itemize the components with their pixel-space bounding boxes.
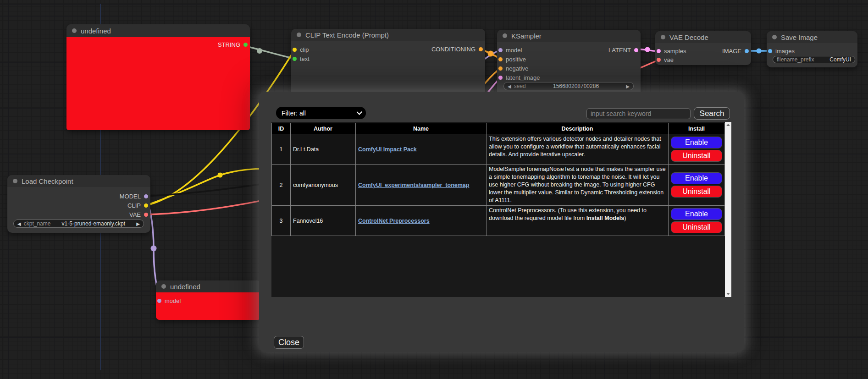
input-images[interactable]: images (768, 46, 795, 55)
filter-selected-value: Filter: all (282, 110, 306, 117)
table-row: 3 Fannovel16 ControlNet Preprocessors Co… (272, 206, 725, 236)
extension-table-container: ID Author Name Description Install 1 Dr.… (271, 122, 731, 297)
input-clip[interactable]: clip (293, 45, 309, 54)
input-vae[interactable]: vae (657, 55, 674, 64)
output-conditioning[interactable]: CONDITIONING (431, 44, 483, 54)
negative-port-dot (498, 66, 503, 71)
filename-prefix-widget[interactable]: filename_prefix ComfyUI (773, 56, 855, 63)
widget-label: filename_prefix (777, 56, 814, 63)
port-label: IMAGE (722, 48, 741, 55)
table-row: 2 comfyanonymous ComfyUI_experiments/sam… (272, 165, 725, 206)
port-label: model (506, 47, 522, 54)
wire-cond-dot (488, 51, 494, 57)
ext-description: This extension offers various detector n… (487, 134, 669, 165)
input-model[interactable]: model (498, 45, 522, 55)
input-positive[interactable]: positive (498, 55, 526, 64)
port-label: STRING (218, 41, 240, 48)
port-label: vae (664, 56, 674, 63)
output-string[interactable]: STRING (218, 40, 248, 49)
node-save-image[interactable]: Save Image images filename_prefix ComfyU… (767, 31, 857, 67)
input-latent-image[interactable]: latent_image (498, 73, 540, 82)
node-title-bar[interactable]: Save Image (767, 31, 857, 43)
vae-out-port-dot (144, 213, 148, 217)
node-title-bar[interactable]: KSampler (497, 30, 641, 42)
uninstall-button[interactable]: Uninstall (671, 186, 722, 198)
wire-model-dot (151, 246, 157, 252)
string-port-dot (243, 43, 248, 47)
enable-button[interactable]: Enable (671, 208, 722, 220)
node-title: undefined (81, 27, 111, 35)
model-port-dot (498, 48, 503, 52)
uninstall-button[interactable]: Uninstall (671, 221, 722, 233)
ckpt-name-widget[interactable]: ◀ ckpt_name v1-5-pruned-emaonly.ckpt ▶ (13, 220, 144, 228)
table-scrollbar[interactable] (725, 122, 731, 297)
node-title: KSampler (511, 32, 542, 40)
ext-name-link[interactable]: ControlNet Preprocessors (358, 218, 430, 224)
text-port-dot (293, 57, 297, 61)
node-load-checkpoint[interactable]: Load Checkpoint MODEL CLIP VAE ◀ ckpt_na… (7, 175, 150, 233)
node-vae-decode[interactable]: VAE Decode samples vae IMAGE (655, 31, 751, 65)
col-id: ID (272, 123, 291, 134)
output-vae[interactable]: VAE (129, 210, 148, 219)
output-latent[interactable]: LATENT (608, 45, 638, 55)
ext-author: comfyanonymous (291, 165, 356, 206)
ext-author: Dr.Lt.Data (291, 134, 356, 165)
decrement-arrow-icon[interactable]: ◀ (508, 84, 511, 89)
node-title: Save Image (781, 33, 818, 41)
node-ksampler[interactable]: KSampler model positive negative latent_… (497, 30, 641, 96)
node-clip-text-encode[interactable]: CLIP Text Encode (Prompt) clip text COND… (291, 29, 485, 96)
search-input[interactable] (586, 108, 691, 119)
enable-button[interactable]: Enable (671, 172, 722, 184)
ext-name-link[interactable]: ComfyUI_experiments/sampler_tonemap (358, 182, 469, 188)
input-text[interactable]: text (293, 54, 310, 63)
table-header-row: ID Author Name Description Install (272, 123, 725, 134)
next-arrow-icon[interactable]: ▶ (136, 221, 140, 226)
node-title-bar[interactable]: undefined (156, 280, 261, 292)
enable-button[interactable]: Enable (671, 137, 722, 148)
node-error-body (66, 37, 250, 130)
node-status-dot (297, 33, 301, 37)
clip-out-port-dot (144, 203, 148, 208)
node-title: undefined (170, 283, 200, 291)
seed-widget[interactable]: ◀ seed 156680208700286 ▶ (503, 82, 634, 90)
port-label: positive (506, 56, 526, 63)
node-title-bar[interactable]: undefined (66, 24, 250, 37)
ext-id: 2 (272, 165, 291, 206)
node-status-dot (661, 35, 665, 39)
uninstall-button[interactable]: Uninstall (671, 150, 722, 162)
extension-manager-dialog: Filter: all Search ID Author Name Descri… (259, 92, 744, 352)
close-button[interactable]: Close (274, 336, 304, 349)
ext-description: ControlNet Preprocessors. (To use this e… (487, 206, 669, 236)
ext-id: 3 (272, 206, 291, 236)
port-label: images (775, 48, 795, 55)
node-title-bar[interactable]: Load Checkpoint (7, 175, 150, 187)
extension-table: ID Author Name Description Install 1 Dr.… (271, 123, 725, 236)
prev-arrow-icon[interactable]: ◀ (17, 221, 21, 226)
node-title: CLIP Text Encode (Prompt) (305, 31, 389, 39)
input-samples[interactable]: samples (657, 46, 686, 55)
node-undefined-top[interactable]: undefined STRING (66, 24, 250, 130)
node-status-dot (503, 33, 507, 38)
output-image[interactable]: IMAGE (722, 46, 749, 55)
node-undefined-bottom[interactable]: undefined model (156, 280, 261, 320)
node-title-bar[interactable]: VAE Decode (655, 31, 751, 43)
scroll-up-icon[interactable] (726, 124, 730, 126)
output-clip[interactable]: CLIP (127, 201, 148, 210)
node-title-bar[interactable]: CLIP Text Encode (Prompt) (291, 29, 485, 41)
conditioning-port-dot (479, 47, 483, 51)
search-button[interactable]: Search (694, 107, 730, 120)
input-model[interactable]: model (157, 296, 181, 305)
increment-arrow-icon[interactable]: ▶ (626, 84, 630, 89)
wire-latent-dot (645, 47, 650, 52)
node-status-dot (772, 35, 777, 39)
input-negative[interactable]: negative (498, 64, 528, 73)
filter-select[interactable]: Filter: all (276, 107, 366, 119)
latent-out-port-dot (634, 48, 638, 52)
latent-port-dot (498, 76, 503, 80)
port-label: samples (664, 48, 686, 55)
output-model[interactable]: MODEL (120, 192, 148, 201)
wire-clip-dot (218, 173, 223, 178)
ext-name-link[interactable]: ComfyUI Impact Pack (358, 146, 417, 153)
wire-string-dot (257, 48, 262, 54)
scroll-down-icon[interactable] (726, 293, 730, 295)
